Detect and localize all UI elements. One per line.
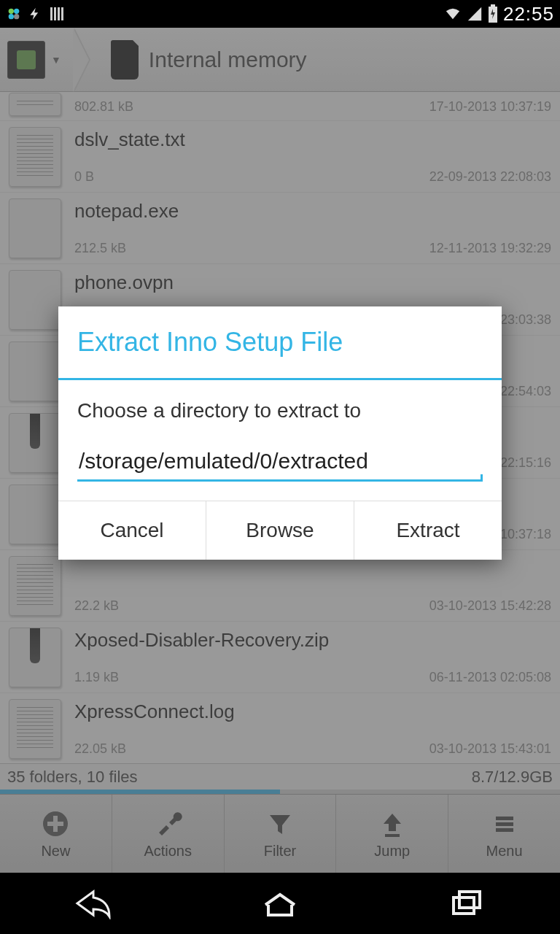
svg-point-2 xyxy=(9,14,14,19)
back-button[interactable] xyxy=(71,887,115,919)
bars-icon xyxy=(48,5,66,23)
svg-rect-17 xyxy=(459,892,480,908)
svg-rect-9 xyxy=(491,4,495,7)
svg-rect-5 xyxy=(54,7,56,20)
status-bar: 22:55 xyxy=(0,0,560,28)
svg-rect-7 xyxy=(61,7,63,20)
bolt-icon xyxy=(28,5,42,23)
signal-icon xyxy=(467,6,483,22)
extract-dialog: Extract Inno Setup File Choose a directo… xyxy=(58,306,502,560)
system-navbar xyxy=(0,873,560,934)
svg-rect-16 xyxy=(454,898,474,914)
extract-button[interactable]: Extract xyxy=(354,501,502,560)
svg-point-3 xyxy=(14,14,19,19)
dialog-title: Extract Inno Setup File xyxy=(58,306,502,380)
dialog-message: Choose a directory to extract to xyxy=(77,399,483,422)
notification-icon xyxy=(6,6,22,22)
recent-button[interactable] xyxy=(445,887,489,919)
browse-button[interactable]: Browse xyxy=(206,501,354,560)
dialog-actions: Cancel Browse Extract xyxy=(58,501,502,560)
svg-rect-4 xyxy=(50,7,52,20)
clock-text: 22:55 xyxy=(503,3,554,26)
home-button[interactable] xyxy=(258,887,302,919)
svg-point-0 xyxy=(9,9,14,14)
svg-point-1 xyxy=(14,9,19,14)
cancel-button[interactable]: Cancel xyxy=(58,501,206,560)
svg-rect-6 xyxy=(58,7,60,20)
battery-icon xyxy=(487,4,499,23)
wifi-icon xyxy=(443,6,462,22)
extract-path-input[interactable] xyxy=(77,444,483,482)
